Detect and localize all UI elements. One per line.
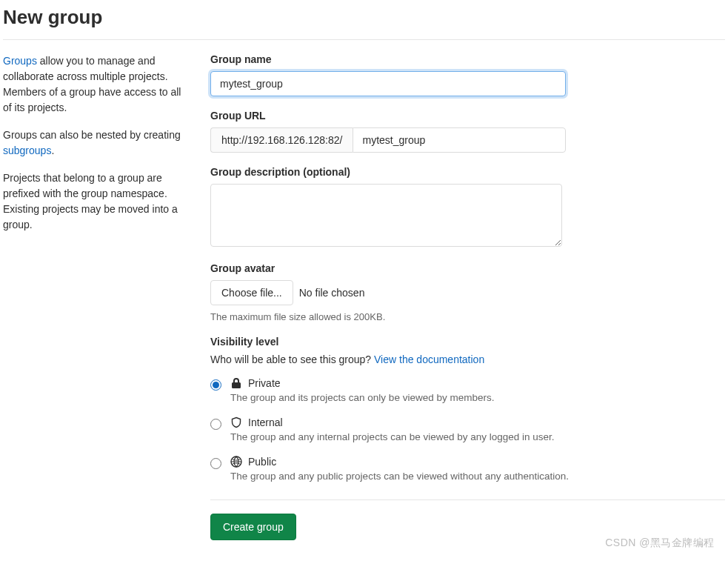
internal-title: Internal — [248, 416, 283, 428]
page-title: New group — [3, 6, 725, 40]
sidebar-paragraph-3: Projects that belong to a group are pref… — [3, 170, 188, 233]
group-description-label: Group description (optional) — [210, 166, 725, 178]
visibility-option-public[interactable]: Public The group and any public projects… — [210, 456, 725, 482]
visibility-level-label: Visibility level — [210, 336, 725, 348]
sidebar-paragraph-2: Groups can also be nested by creating su… — [3, 127, 188, 159]
private-desc: The group and its projects can only be v… — [230, 392, 494, 403]
group-url-input[interactable] — [353, 127, 566, 153]
group-name-label: Group name — [210, 53, 725, 65]
lock-icon — [230, 377, 242, 389]
shield-icon — [230, 416, 242, 428]
groups-link[interactable]: Groups — [3, 55, 37, 67]
visibility-option-internal[interactable]: Internal The group and any internal proj… — [210, 416, 725, 442]
visibility-option-private[interactable]: Private The group and its projects can o… — [210, 377, 725, 403]
public-title: Public — [248, 456, 276, 468]
globe-icon — [230, 456, 242, 468]
choose-file-button[interactable]: Choose file... — [210, 280, 293, 305]
avatar-help-text: The maximum file size allowed is 200KB. — [210, 311, 725, 322]
radio-public[interactable] — [210, 458, 221, 469]
public-desc: The group and any public projects can be… — [230, 471, 569, 482]
visibility-intro: Who will be able to see this group? View… — [210, 353, 725, 365]
radio-private[interactable] — [210, 379, 221, 391]
visibility-doc-link[interactable]: View the documentation — [374, 353, 484, 365]
group-name-input[interactable] — [210, 71, 566, 96]
private-title: Private — [248, 377, 281, 389]
file-status-text: No file chosen — [299, 287, 365, 299]
group-url-prefix: http://192.168.126.128:82/ — [210, 127, 353, 153]
create-group-button[interactable]: Create group — [210, 514, 296, 540]
internal-desc: The group and any internal projects can … — [230, 431, 555, 442]
group-description-textarea[interactable] — [210, 184, 562, 247]
group-avatar-label: Group avatar — [210, 262, 725, 274]
group-url-label: Group URL — [210, 110, 725, 122]
sidebar: Groups allow you to manage and collabora… — [3, 53, 188, 540]
radio-internal[interactable] — [210, 419, 221, 430]
subgroups-link[interactable]: subgroups — [3, 145, 51, 156]
sidebar-paragraph-1: Groups allow you to manage and collabora… — [3, 53, 188, 116]
form-main: Group name Group URL http://192.168.126.… — [210, 53, 725, 540]
watermark: CSDN @黑马金牌编程 — [605, 537, 715, 546]
group-url-group: http://192.168.126.128:82/ — [210, 127, 566, 153]
